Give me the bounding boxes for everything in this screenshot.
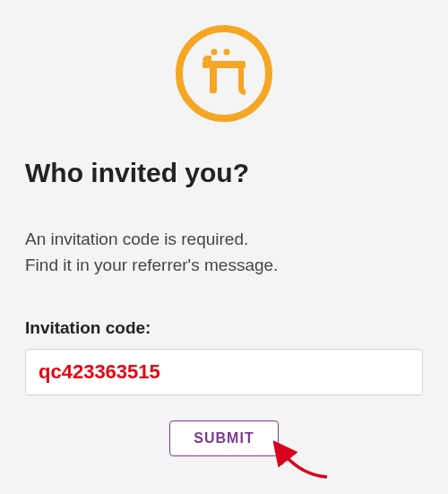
svg-point-3 — [211, 49, 218, 56]
description-line-2: Find it in your referrer's message. — [25, 252, 423, 278]
description-line-1: An invitation code is required. — [25, 226, 423, 252]
svg-rect-2 — [210, 61, 217, 93]
invitation-code-input[interactable] — [25, 349, 423, 395]
submit-button[interactable]: SUBMIT — [169, 420, 278, 456]
invitation-code-label: Invitation code: — [25, 318, 423, 338]
pi-logo-icon — [176, 25, 272, 122]
page-title: Who invited you? — [25, 158, 423, 188]
description: An invitation code is required. Find it … — [25, 226, 423, 279]
svg-point-0 — [179, 29, 269, 118]
svg-point-4 — [224, 49, 230, 56]
